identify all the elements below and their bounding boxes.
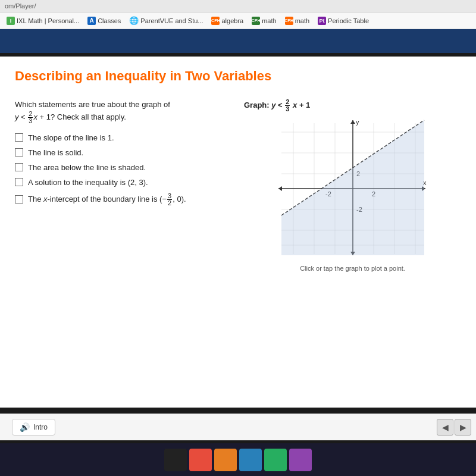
graph-area[interactable]: x y 2 -2 2 -2 xyxy=(275,117,430,260)
checkbox-2[interactable] xyxy=(15,148,23,156)
option-3[interactable]: The area below the line is shaded. xyxy=(15,163,232,172)
address-bar: om/Player/ xyxy=(0,0,476,12)
option-1-text: The slope of the line is 1. xyxy=(28,133,114,142)
option-1[interactable]: The slope of the line is 1. xyxy=(15,133,232,142)
svg-marker-16 xyxy=(278,186,282,191)
graph-fraction: 23 xyxy=(285,99,290,112)
checkbox-1[interactable] xyxy=(15,133,23,142)
classes-icon: A xyxy=(87,17,96,25)
option-3-text: The area below the line is shaded. xyxy=(28,163,146,172)
bookmark-parentvue[interactable]: 🌐 ParentVUE and Stu... xyxy=(126,15,206,26)
classes-label: Classes xyxy=(98,17,121,24)
page-title: Describing an Inequality in Two Variable… xyxy=(15,68,461,87)
nav-arrows: ◀ ▶ xyxy=(432,414,476,440)
math1-label: math xyxy=(262,17,276,24)
option-5-text: The x-intercept of the boundary line is … xyxy=(28,193,186,206)
bookmark-math2[interactable]: CPH math xyxy=(282,15,312,26)
taskbar-icon-1[interactable] xyxy=(164,449,187,471)
option-5[interactable]: The x-intercept of the boundary line is … xyxy=(15,193,232,206)
main-content: Describing an Inequality in Two Variable… xyxy=(0,57,476,408)
question-text: Which statements are true about the grap… xyxy=(15,99,232,124)
svg-text:y: y xyxy=(356,118,359,126)
periodic-label: Periodic Table xyxy=(328,17,369,24)
bottom-bar: 🔊 Intro xyxy=(0,414,476,440)
prev-button[interactable]: ◀ xyxy=(437,419,453,436)
bookmark-classes[interactable]: A Classes xyxy=(84,15,124,26)
option-4-text: A solution to the inequality is (2, 3). xyxy=(28,178,148,187)
periodic-icon: Pt xyxy=(318,17,326,25)
parentvue-icon: 🌐 xyxy=(129,16,139,25)
checkbox-4[interactable] xyxy=(15,178,23,186)
option-4[interactable]: A solution to the inequality is (2, 3). xyxy=(15,178,232,187)
math2-icon: CPH xyxy=(285,17,293,25)
ixl-icon: I xyxy=(7,17,15,25)
fraction-2-3: 23 xyxy=(28,111,33,124)
bookmark-ixl[interactable]: I IXL Math | Personal... xyxy=(4,15,82,26)
ixl-label: IXL Math | Personal... xyxy=(17,17,79,24)
bookmark-algebra[interactable]: CPH algebra xyxy=(208,15,246,26)
coordinate-graph[interactable]: x y 2 -2 2 -2 xyxy=(275,117,430,260)
content-grid: Which statements are true about the grap… xyxy=(15,99,461,272)
graph-click-text: Click or tap the graph to plot a point. xyxy=(300,265,405,272)
bookmark-periodic[interactable]: Pt Periodic Table xyxy=(315,15,372,26)
algebra-label: algebra xyxy=(221,17,243,24)
checkbox-5[interactable] xyxy=(15,195,23,203)
options-list: The slope of the line is 1. The line is … xyxy=(15,133,232,206)
intro-label: Intro xyxy=(33,423,48,431)
blue-header-bar xyxy=(0,29,476,53)
bookmarks-bar: I IXL Math | Personal... A Classes 🌐 Par… xyxy=(0,12,476,29)
parentvue-label: ParentVUE and Stu... xyxy=(140,17,203,24)
intro-button[interactable]: 🔊 Intro xyxy=(12,419,55,436)
taskbar-icon-3[interactable] xyxy=(214,449,237,471)
option-2[interactable]: The line is solid. xyxy=(15,148,232,157)
right-panel: Graph: y < 23 x + 1 xyxy=(244,99,461,272)
left-panel: Which statements are true about the grap… xyxy=(15,99,232,272)
algebra-icon: CPH xyxy=(211,17,220,25)
taskbar-icon-6[interactable] xyxy=(289,449,312,471)
checkbox-3[interactable] xyxy=(15,163,23,171)
option-2-text: The line is solid. xyxy=(28,148,83,157)
math1-icon: CPH xyxy=(252,17,260,25)
address-text: om/Player/ xyxy=(5,2,36,10)
taskbar-icon-4[interactable] xyxy=(239,449,262,471)
bookmark-math1[interactable]: CPH math xyxy=(249,15,279,26)
math2-label: math xyxy=(295,17,309,24)
fraction-3-2: 32 xyxy=(167,193,172,206)
taskbar-icon-5[interactable] xyxy=(264,449,287,471)
speaker-icon: 🔊 xyxy=(20,422,30,432)
taskbar-icon-2[interactable] xyxy=(189,449,212,471)
graph-label: Graph: y < 23 x + 1 xyxy=(244,99,310,112)
next-button[interactable]: ▶ xyxy=(455,419,471,436)
taskbar xyxy=(0,443,476,476)
svg-marker-18 xyxy=(350,120,355,124)
